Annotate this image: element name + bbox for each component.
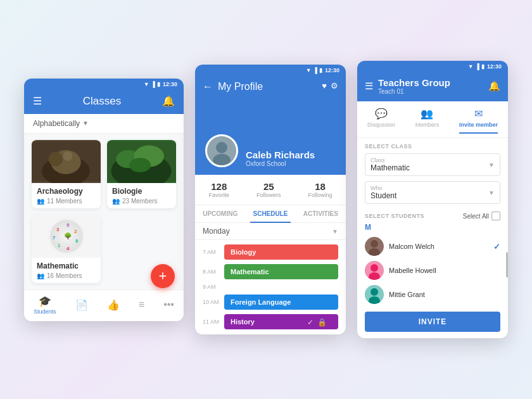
foreign-language-block[interactable]: Foreign Language — [224, 294, 338, 310]
battery-icon: ▮ — [157, 81, 160, 87]
select-class-title: SELECT CLASS — [365, 143, 500, 149]
menu-icon[interactable]: ☰ — [33, 95, 42, 107]
filter-arrow-icon[interactable]: ▼ — [82, 120, 89, 127]
status-time-3: 12:30 — [487, 63, 502, 70]
status-bar-3: ▼ ▐ ▮ 12:30 — [357, 61, 508, 71]
student-malcom[interactable]: Malcom Welch ✓ — [365, 234, 500, 258]
day-filter[interactable]: Monday ▼ — [195, 223, 346, 240]
classes-header: ☰ Classes 🔔 — [24, 89, 184, 114]
invite-button[interactable]: INVITE — [365, 312, 500, 332]
group-nav: ☰ Teachers Group Teach 01 🔔 — [365, 77, 500, 95]
section-letter-m: M — [365, 223, 500, 232]
profile-action-icons: ♥ ⚙ — [322, 81, 338, 91]
student-mittie[interactable]: Mittie Grant — [365, 282, 500, 307]
nav-like[interactable]: 👍 — [107, 299, 120, 311]
user-school: Oxford School — [246, 160, 315, 167]
share-icon[interactable]: ⚙ — [331, 81, 338, 91]
biologie-info: Biologie 👥 23 Members — [107, 183, 176, 208]
who-dropdown-arrow-icon: ▼ — [488, 189, 495, 196]
verify-icon: ✓ — [307, 318, 314, 327]
archaeology-info: Archaeology 👥 11 Members — [32, 183, 101, 208]
invite-icon: ✉ — [474, 108, 483, 120]
more-icon: ••• — [163, 299, 174, 310]
status-time-1: 12:30 — [163, 81, 177, 87]
tab-upcoming[interactable]: UPCOMING — [195, 205, 245, 222]
filter-bar: Alphabetically ▼ — [24, 114, 184, 134]
profile-header: ← My Profile ♥ ⚙ — [195, 75, 346, 132]
time-11am: 11 AM — [203, 319, 219, 325]
select-all-label: Select All — [463, 213, 489, 220]
user-name: Caleb Richards — [246, 149, 315, 160]
members-icon-bio: 👥 — [112, 198, 120, 205]
mabelle-name: Mabelle Howell — [389, 267, 500, 274]
avatar-section: Caleb Richards Oxford School ✓ 🔒 — [195, 132, 346, 175]
tab-invite-member[interactable]: ✉ Invite member — [459, 108, 498, 134]
wifi-icon-2: ▼ — [306, 67, 312, 73]
class-card-archaeology[interactable]: Archaeology 👥 11 Members — [32, 140, 101, 208]
add-class-button[interactable]: + — [151, 264, 175, 288]
day-arrow-icon: ▼ — [332, 228, 338, 235]
tab-members[interactable]: 👥 Members — [415, 108, 440, 134]
who-dropdown[interactable]: Who Student ▼ — [365, 181, 500, 204]
heart-icon[interactable]: ♥ — [322, 81, 327, 91]
mathematic-block[interactable]: Mathematic — [224, 264, 338, 279]
schedule-item-9am: 9 AM — [203, 284, 338, 290]
stat-following: 18 Following — [308, 181, 332, 198]
stat-followers: 25 Followers — [256, 181, 281, 198]
invite-underline — [459, 132, 498, 134]
svg-point-4 — [63, 151, 72, 160]
tab-discussion[interactable]: 💬 Disqussion — [367, 108, 395, 134]
nav-list[interactable]: ≡ — [139, 299, 144, 310]
archaeology-name: Archaeology — [37, 187, 96, 196]
status-icons-1: ▼ ▐ ▮ — [144, 81, 160, 87]
profile-title: My Profile — [218, 81, 263, 92]
day-label: Monday — [203, 227, 230, 236]
scrollbar — [506, 252, 508, 277]
archaeology-thumbnail — [32, 140, 101, 183]
group-title: Teachers Group — [378, 77, 488, 88]
svg-point-27 — [370, 264, 378, 272]
favorite-label: Favorite — [208, 192, 229, 198]
back-button[interactable]: ← — [203, 81, 213, 92]
nav-students[interactable]: 🎓 Students — [34, 295, 56, 315]
students-nav-label: Students — [34, 308, 56, 315]
group-menu-icon[interactable]: ☰ — [365, 80, 373, 92]
status-bar-2: ▼ ▐ ▮ 12:30 — [195, 65, 346, 75]
classes-card: ▼ ▐ ▮ 12:30 ☰ Classes 🔔 Alphabetically ▼ — [24, 79, 184, 321]
select-class-section: SELECT CLASS Class Mathematic ▼ Who Stud… — [357, 138, 508, 204]
biologie-members: 👥 23 Members — [112, 198, 171, 205]
nav-more[interactable]: ••• — [163, 299, 174, 310]
group-bell-icon[interactable]: 🔔 — [488, 80, 500, 92]
tab-activities[interactable]: ACTIVITIES — [296, 205, 346, 222]
stats-row: 128 Favorite 25 Followers 18 Following — [195, 175, 346, 205]
list-icon: ≡ — [139, 299, 144, 310]
class-card-mathematic[interactable]: 3 7 1 5 2 8 4 🌳 Mathematic 👥 16 Members — [32, 215, 101, 283]
schedule-item-8am: 8 AM Mathematic — [203, 264, 338, 279]
classes-title: Classes — [83, 95, 121, 108]
class-card-biologie[interactable]: Biologie 👥 23 Members — [107, 140, 176, 208]
status-icons-3: ▼ ▐ ▮ — [468, 63, 484, 70]
wifi-icon: ▼ — [144, 81, 149, 87]
tab-schedule[interactable]: SCHEDULE — [245, 205, 295, 222]
mathematic-member-count: 16 Members — [47, 272, 82, 279]
bottom-nav: 🎓 Students 📄 👍 ≡ ••• — [24, 289, 184, 321]
who-dropdown-label: Who — [370, 185, 396, 191]
select-all-checkbox[interactable] — [491, 212, 500, 220]
mathematic-members: 👥 16 Members — [37, 272, 96, 279]
svg-text:7: 7 — [53, 235, 56, 241]
bell-icon[interactable]: 🔔 — [162, 95, 175, 107]
signal-icon-3: ▐ — [476, 63, 479, 70]
mittie-avatar — [365, 285, 384, 304]
group-subtitle: Teach 01 — [378, 88, 488, 95]
svg-text:🌳: 🌳 — [64, 232, 72, 240]
class-dropdown[interactable]: Class Mathematic ▼ — [365, 153, 500, 176]
stat-favorite: 128 Favorite — [208, 181, 229, 198]
like-icon: 👍 — [107, 299, 120, 311]
nav-document[interactable]: 📄 — [75, 299, 88, 311]
select-all-row: Select All — [463, 212, 500, 220]
student-mabelle[interactable]: Mabelle Howell — [365, 258, 500, 282]
time-7am: 7 AM — [203, 249, 219, 255]
biology-block[interactable]: Biology — [224, 244, 338, 260]
status-bar-1: ▼ ▐ ▮ 12:30 — [24, 79, 184, 89]
discussion-underline — [367, 132, 395, 134]
